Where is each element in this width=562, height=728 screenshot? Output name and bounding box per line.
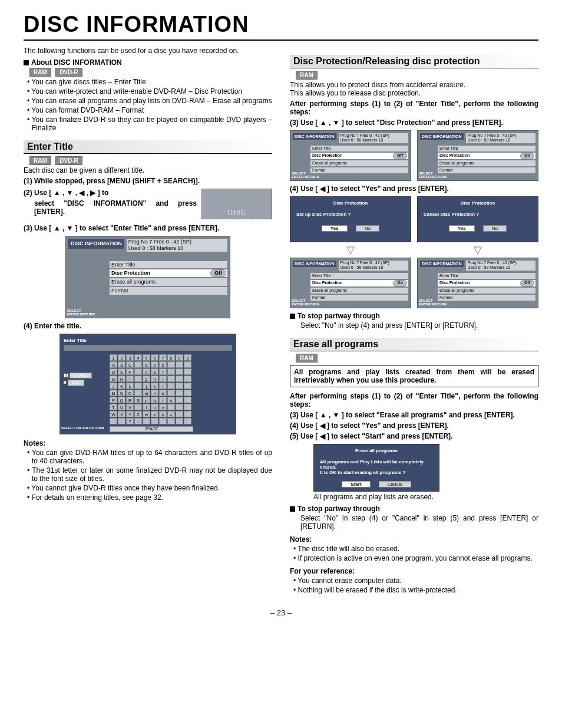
kb-key[interactable]: f (159, 368, 167, 375)
kb-key[interactable]: P (110, 397, 117, 403)
menu-disc-protection[interactable]: Disc Protection Off (110, 269, 227, 277)
kb-key[interactable]: p (143, 397, 150, 403)
kb-key[interactable]: J (110, 383, 117, 389)
kb-key[interactable]: D (110, 368, 117, 375)
kb-key[interactable]: G (110, 375, 117, 382)
kb-key[interactable]: ? (126, 418, 134, 424)
kb-key[interactable] (176, 361, 183, 368)
kb-key[interactable]: j (143, 383, 150, 389)
kb-key[interactable] (167, 361, 175, 368)
kb-key[interactable]: h (151, 375, 158, 382)
kb-key[interactable] (167, 383, 175, 389)
kb-key[interactable]: 4 (134, 354, 142, 361)
kb-key[interactable]: W (110, 411, 117, 417)
kb-key[interactable] (184, 368, 191, 375)
kb-key[interactable]: z (167, 411, 175, 417)
kb-key[interactable]: S (134, 397, 142, 403)
kb-key[interactable]: d (143, 368, 150, 375)
kb-key[interactable] (134, 361, 142, 368)
kb-key[interactable] (184, 390, 191, 396)
kb-key[interactable] (184, 411, 191, 417)
kb-key[interactable] (167, 390, 175, 396)
kb-key[interactable] (184, 361, 191, 368)
kb-key[interactable] (167, 404, 175, 410)
kb-key[interactable] (176, 368, 183, 375)
kb-key[interactable] (176, 390, 183, 396)
kb-key[interactable]: r (159, 397, 167, 403)
kb-key[interactable]: q (151, 397, 158, 403)
kb-key[interactable]: 5 (143, 354, 150, 361)
kb-key[interactable] (134, 390, 142, 396)
kb-key[interactable] (176, 418, 183, 424)
kb-key[interactable]: Y (126, 411, 134, 417)
kb-key[interactable]: N (118, 390, 125, 396)
kb-key[interactable]: Q (118, 397, 125, 403)
kb-key[interactable]: 1 (110, 354, 117, 361)
kb-key[interactable] (184, 375, 191, 382)
dlg-no[interactable]: No (356, 225, 379, 232)
menu-format[interactable]: Format (110, 287, 227, 295)
kb-key[interactable]: x (151, 411, 158, 417)
kb-key[interactable]: B (118, 361, 125, 368)
kb-key[interactable]: I (126, 375, 134, 382)
kb-set[interactable]: SET (68, 380, 84, 386)
kb-key[interactable]: g (143, 375, 150, 382)
kb-key[interactable] (134, 375, 142, 382)
kb-key[interactable]: v (159, 404, 167, 410)
kb-key[interactable] (167, 375, 175, 382)
kb-key[interactable]: 0 (184, 354, 191, 361)
kb-key[interactable]: k (151, 383, 158, 389)
kb-key[interactable]: K (118, 383, 125, 389)
kb-key[interactable]: s (167, 397, 175, 403)
kb-space[interactable]: SPACE (110, 426, 193, 432)
kb-key[interactable] (134, 383, 142, 389)
menu-enter-title[interactable]: Enter Title (110, 261, 227, 269)
kb-key[interactable]: b (151, 361, 158, 368)
kb-key[interactable]: e (151, 368, 158, 375)
kb-key[interactable] (176, 375, 183, 382)
kb-key[interactable]: l (159, 383, 167, 389)
kb-key[interactable]: o (159, 390, 167, 396)
kb-key[interactable] (176, 411, 183, 417)
kb-key[interactable] (134, 368, 142, 375)
kb-key[interactable]: F (126, 368, 134, 375)
kb-key[interactable] (176, 397, 183, 403)
kb-key[interactable]: O (126, 390, 134, 396)
kb-key[interactable]: n (151, 390, 158, 396)
kb-key[interactable] (167, 418, 175, 424)
kb-key[interactable]: u (151, 404, 158, 410)
kb-key[interactable] (176, 404, 183, 410)
kb-key[interactable]: L (126, 383, 134, 389)
kb-key[interactable] (159, 418, 167, 424)
kb-key[interactable]: 6 (151, 354, 158, 361)
kb-key[interactable]: C (126, 361, 134, 368)
kb-key[interactable]: ! (134, 418, 142, 424)
kb-key[interactable]: 3 (126, 354, 134, 361)
kb-key[interactable]: 9 (176, 354, 183, 361)
kb-key[interactable]: 7 (159, 354, 167, 361)
kb-key[interactable] (184, 397, 191, 403)
kb-key[interactable]: t (143, 404, 150, 410)
kb-key[interactable]: H (118, 375, 125, 382)
kb-key[interactable]: R (126, 397, 134, 403)
kb-key[interactable]: X (118, 411, 125, 417)
menu-erase-all[interactable]: Erase all programs (110, 278, 227, 286)
kb-key[interactable]: c (159, 361, 167, 368)
kb-erase[interactable]: ERASE (70, 373, 92, 378)
kb-key[interactable]: i (159, 375, 167, 382)
kb-key[interactable]: a (143, 361, 150, 368)
kb-key[interactable] (143, 418, 150, 424)
kb-key[interactable] (184, 404, 191, 410)
kb-key[interactable]: 2 (118, 354, 125, 361)
kb-key[interactable]: w (143, 411, 150, 417)
kb-key[interactable]: T (110, 404, 117, 410)
kb-key[interactable]: V (126, 404, 134, 410)
dlg-yes[interactable]: Yes (449, 225, 475, 232)
kb-key[interactable] (134, 404, 142, 410)
kb-key[interactable] (184, 418, 191, 424)
kb-key[interactable] (110, 418, 117, 424)
kb-key[interactable] (184, 383, 191, 389)
dlg-yes[interactable]: Yes (322, 225, 348, 232)
kb-key[interactable]: U (118, 404, 125, 410)
kb-key[interactable] (118, 418, 125, 424)
